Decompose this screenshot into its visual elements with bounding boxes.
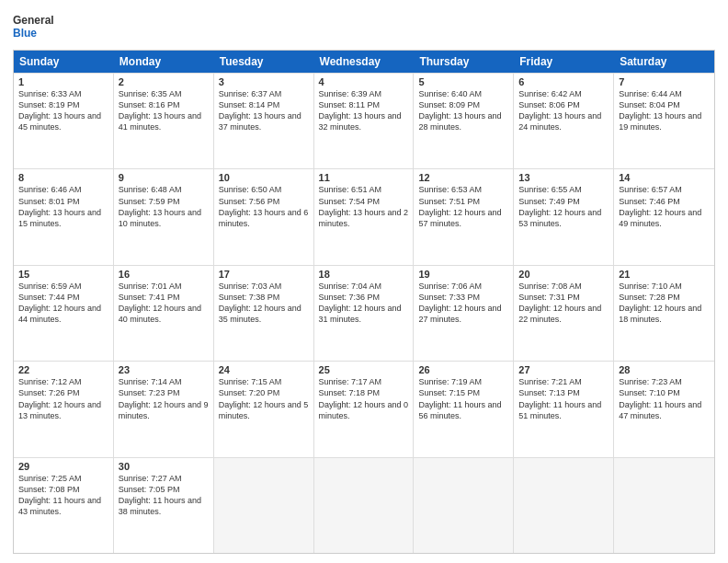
week-row-2: 8 Sunrise: 6:46 AMSunset: 8:01 PMDayligh… (14, 168, 714, 264)
day-number: 4 (319, 76, 409, 87)
cal-cell-6: 6 Sunrise: 6:42 AMSunset: 8:06 PMDayligh… (514, 74, 614, 168)
cal-cell-23: 23 Sunrise: 7:14 AMSunset: 7:23 PMDaylig… (114, 362, 214, 456)
cal-cell-21: 21 Sunrise: 7:10 AMSunset: 7:28 PMDaylig… (614, 266, 714, 361)
day-number: 27 (518, 364, 609, 375)
cell-info: Sunrise: 6:44 AMSunset: 8:04 PMDaylight:… (619, 89, 701, 132)
cell-info: Sunrise: 7:04 AMSunset: 7:36 PMDaylight:… (319, 282, 402, 324)
cal-cell-3: 3 Sunrise: 6:37 AMSunset: 8:14 PMDayligh… (214, 74, 314, 168)
cal-cell-18: 18 Sunrise: 7:04 AMSunset: 7:36 PMDaylig… (314, 266, 415, 361)
svg-marker-2 (53, 11, 59, 18)
cell-info: Sunrise: 7:08 AMSunset: 7:31 PMDaylight:… (518, 282, 601, 324)
week-row-1: 1 Sunrise: 6:33 AMSunset: 8:19 PMDayligh… (14, 73, 714, 168)
cal-cell-17: 17 Sunrise: 7:03 AMSunset: 7:38 PMDaylig… (214, 266, 314, 361)
svg-marker-3 (56, 9, 59, 17)
day-number: 8 (18, 172, 108, 183)
day-number: 6 (518, 76, 609, 87)
cell-info: Sunrise: 7:10 AMSunset: 7:28 PMDaylight:… (619, 282, 701, 324)
day-number: 19 (418, 269, 508, 280)
day-number: 5 (418, 76, 508, 87)
header-day-thursday: Thursday (414, 51, 514, 73)
cal-cell-empty-4-6 (614, 458, 714, 553)
logo-svg: General Blue (13, 9, 59, 44)
cal-cell-19: 19 Sunrise: 7:06 AMSunset: 7:33 PMDaylig… (414, 266, 514, 361)
header-day-saturday: Saturday (614, 51, 714, 73)
cell-info: Sunrise: 7:12 AMSunset: 7:26 PMDaylight:… (18, 377, 101, 419)
cell-info: Sunrise: 6:35 AMSunset: 8:16 PMDaylight:… (119, 89, 201, 132)
day-number: 7 (619, 76, 710, 87)
cell-info: Sunrise: 6:57 AMSunset: 7:46 PMDaylight:… (619, 185, 701, 227)
header-day-tuesday: Tuesday (214, 51, 314, 73)
header-day-sunday: Sunday (14, 51, 114, 73)
day-number: 15 (18, 269, 108, 280)
cal-cell-16: 16 Sunrise: 7:01 AMSunset: 7:41 PMDaylig… (114, 266, 214, 361)
cal-cell-5: 5 Sunrise: 6:40 AMSunset: 8:09 PMDayligh… (414, 74, 514, 168)
day-number: 9 (119, 172, 209, 183)
cal-cell-13: 13 Sunrise: 6:55 AMSunset: 7:49 PMDaylig… (514, 169, 614, 264)
day-number: 20 (518, 269, 609, 280)
cell-info: Sunrise: 6:51 AMSunset: 7:54 PMDaylight:… (319, 185, 409, 227)
day-number: 21 (619, 269, 710, 280)
cell-info: Sunrise: 7:23 AMSunset: 7:10 PMDaylight:… (619, 377, 701, 419)
header-day-wednesday: Wednesday (314, 51, 415, 73)
day-number: 30 (119, 461, 209, 472)
cal-cell-4: 4 Sunrise: 6:39 AMSunset: 8:11 PMDayligh… (314, 74, 415, 168)
week-row-5: 29 Sunrise: 7:25 AMSunset: 7:08 PMDaylig… (14, 457, 714, 553)
svg-text:Blue: Blue (13, 27, 37, 40)
cell-info: Sunrise: 7:19 AMSunset: 7:15 PMDaylight:… (418, 377, 501, 419)
cell-info: Sunrise: 7:01 AMSunset: 7:41 PMDaylight:… (119, 282, 201, 324)
cal-cell-30: 30 Sunrise: 7:27 AMSunset: 7:05 PMDaylig… (114, 458, 214, 553)
cal-cell-7: 7 Sunrise: 6:44 AMSunset: 8:04 PMDayligh… (614, 74, 714, 168)
cell-info: Sunrise: 6:55 AMSunset: 7:49 PMDaylight:… (518, 185, 601, 227)
cell-info: Sunrise: 6:46 AMSunset: 8:01 PMDaylight:… (18, 185, 101, 227)
cell-info: Sunrise: 7:25 AMSunset: 7:08 PMDaylight:… (18, 474, 101, 516)
day-number: 29 (18, 461, 108, 472)
day-number: 2 (119, 76, 209, 87)
cell-info: Sunrise: 7:06 AMSunset: 7:33 PMDaylight:… (418, 282, 501, 324)
day-number: 25 (319, 364, 409, 375)
cell-info: Sunrise: 6:40 AMSunset: 8:09 PMDaylight:… (418, 89, 501, 132)
day-number: 23 (119, 364, 209, 375)
cell-info: Sunrise: 6:33 AMSunset: 8:19 PMDaylight:… (18, 89, 101, 132)
cal-cell-10: 10 Sunrise: 6:50 AMSunset: 7:56 PMDaylig… (214, 169, 314, 264)
day-number: 13 (518, 172, 609, 183)
cal-cell-9: 9 Sunrise: 6:48 AMSunset: 7:59 PMDayligh… (114, 169, 214, 264)
cal-cell-empty-4-4 (414, 458, 514, 553)
cal-cell-11: 11 Sunrise: 6:51 AMSunset: 7:54 PMDaylig… (314, 169, 415, 264)
cell-info: Sunrise: 7:03 AMSunset: 7:38 PMDaylight:… (219, 282, 301, 324)
cell-info: Sunrise: 6:42 AMSunset: 8:06 PMDaylight:… (518, 89, 601, 132)
svg-text:General: General (13, 14, 54, 27)
page-header: General Blue (13, 9, 715, 44)
logo: General Blue (13, 9, 59, 44)
day-number: 18 (319, 269, 409, 280)
cell-info: Sunrise: 6:50 AMSunset: 7:56 PMDaylight:… (219, 185, 309, 227)
cal-cell-empty-4-3 (314, 458, 415, 553)
cell-info: Sunrise: 6:48 AMSunset: 7:59 PMDaylight:… (119, 185, 201, 227)
cell-info: Sunrise: 7:15 AMSunset: 7:20 PMDaylight:… (219, 377, 309, 419)
cal-cell-8: 8 Sunrise: 6:46 AMSunset: 8:01 PMDayligh… (14, 169, 114, 264)
cell-info: Sunrise: 6:37 AMSunset: 8:14 PMDaylight:… (219, 89, 301, 132)
cal-cell-26: 26 Sunrise: 7:19 AMSunset: 7:15 PMDaylig… (414, 362, 514, 456)
day-number: 28 (619, 364, 710, 375)
cal-cell-24: 24 Sunrise: 7:15 AMSunset: 7:20 PMDaylig… (214, 362, 314, 456)
day-number: 22 (18, 364, 108, 375)
day-number: 1 (18, 76, 108, 87)
cell-info: Sunrise: 7:27 AMSunset: 7:05 PMDaylight:… (119, 474, 201, 516)
day-number: 3 (219, 76, 309, 87)
cal-cell-28: 28 Sunrise: 7:23 AMSunset: 7:10 PMDaylig… (614, 362, 714, 456)
cal-cell-empty-4-2 (214, 458, 314, 553)
day-number: 14 (619, 172, 710, 183)
cal-cell-1: 1 Sunrise: 6:33 AMSunset: 8:19 PMDayligh… (14, 74, 114, 168)
cal-cell-20: 20 Sunrise: 7:08 AMSunset: 7:31 PMDaylig… (514, 266, 614, 361)
cell-info: Sunrise: 7:17 AMSunset: 7:18 PMDaylight:… (319, 377, 409, 419)
calendar: SundayMondayTuesdayWednesdayThursdayFrid… (13, 50, 715, 554)
header-day-monday: Monday (114, 51, 214, 73)
cal-cell-25: 25 Sunrise: 7:17 AMSunset: 7:18 PMDaylig… (314, 362, 415, 456)
week-row-3: 15 Sunrise: 6:59 AMSunset: 7:44 PMDaylig… (14, 265, 714, 361)
cell-info: Sunrise: 6:59 AMSunset: 7:44 PMDaylight:… (18, 282, 101, 324)
cell-info: Sunrise: 7:21 AMSunset: 7:13 PMDaylight:… (518, 377, 601, 419)
cal-cell-29: 29 Sunrise: 7:25 AMSunset: 7:08 PMDaylig… (14, 458, 114, 553)
cal-cell-empty-4-5 (514, 458, 614, 553)
day-number: 10 (219, 172, 309, 183)
cal-cell-14: 14 Sunrise: 6:57 AMSunset: 7:46 PMDaylig… (614, 169, 714, 264)
day-number: 11 (319, 172, 409, 183)
